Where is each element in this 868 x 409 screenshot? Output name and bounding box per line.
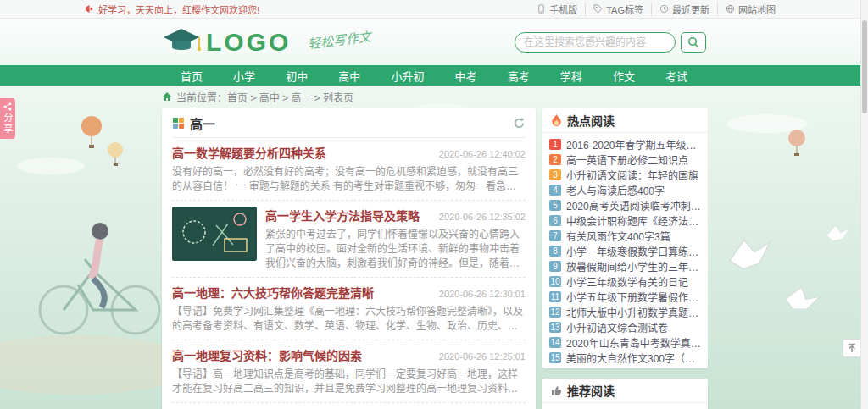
- refresh-icon: [513, 117, 526, 130]
- hot-reading-item[interactable]: 5 2020高考英语阅读临考冲刺试题附答案: [549, 197, 701, 213]
- hot-reading-item[interactable]: 15 美丽的大自然作文300字（精选3篇）: [549, 350, 701, 365]
- article-date: 2020-06-26 12:35:02: [439, 212, 526, 222]
- rank-badge: 7: [549, 230, 561, 241]
- nav-item[interactable]: 考试: [659, 65, 694, 86]
- hot-reading-box: 热点阅读 1 2016-2020年春学期五年级语文下期末模拟 2 高一英语下册必…: [542, 108, 708, 368]
- share-label: 分享: [1, 113, 14, 135]
- hot-item-text: 小升初语文阅读：年轻的国旗: [566, 168, 698, 182]
- hot-item-text: 2020高考英语阅读临考冲刺试题附答案: [566, 198, 701, 213]
- search-input[interactable]: [515, 32, 676, 53]
- article-title-link[interactable]: 高一地理复习资料：影响气候的因素: [172, 346, 362, 363]
- hot-item-text: 北师大版中小升初数学真题试卷: [566, 305, 701, 319]
- hot-reading-item[interactable]: 13 小升初语文综合测试卷: [549, 319, 701, 334]
- nav-item[interactable]: 初中: [279, 65, 314, 86]
- topbar: 好学习，天天向上，红樱作文网欢迎您! 手机版 TAG标签 最近更新: [0, 0, 868, 19]
- tag-icon: [593, 4, 603, 14]
- hot-item-text: 2020年山东青岛中考数学真题（已公布）: [566, 335, 701, 350]
- hot-reading-item[interactable]: 1 2016-2020年春学期五年级语文下期末模拟: [549, 136, 701, 152]
- recommend-reading-header: 推荐阅读: [542, 379, 708, 403]
- site-logo[interactable]: LOGO 轻松写作文: [162, 27, 371, 58]
- rank-badge: 12: [549, 307, 561, 318]
- hot-reading-item[interactable]: 8 小学一年级寒假数学口算练习题三篇: [549, 243, 701, 258]
- article-item: 高一学生入学方法指导及策略 2020-06-26 12:35:02 紧张的中考过…: [172, 201, 526, 278]
- hot-reading-item[interactable]: 4 老人与海读后感400字: [549, 182, 701, 197]
- hot-reading-item[interactable]: 7 有关风雨作文400字3篇: [549, 228, 701, 243]
- hot-reading-item[interactable]: 9 放暑假期间给小学生的三年级英语作文欣赏: [549, 258, 701, 274]
- hot-reading-item[interactable]: 10 小学三年级数学有关的日记: [549, 274, 701, 289]
- topbar-welcome: 好学习，天天向上，红樱作文网欢迎您!: [85, 3, 259, 16]
- tag-link[interactable]: TAG标签: [586, 3, 652, 16]
- graduation-cap-icon: [162, 27, 201, 58]
- thumbs-up-icon: [551, 385, 562, 396]
- recent-updates-link[interactable]: 最近更新: [652, 3, 718, 16]
- hot-item-text: 放暑假期间给小学生的三年级英语作文欣赏: [566, 259, 701, 274]
- article-title-link[interactable]: 高一数学解题要分析四种关系: [172, 144, 326, 161]
- paper-crane: [826, 225, 850, 241]
- article-item: 高一地理：六大技巧帮你答题完整清晰 2020-06-26 12:30:01 【导…: [172, 278, 526, 340]
- article-thumbnail[interactable]: [172, 207, 257, 261]
- search-icon: [687, 36, 699, 48]
- article-list: 高一数学解题要分析四种关系 2020-06-26 12:40:02 没有好的高一…: [172, 138, 526, 409]
- hot-air-balloon: [788, 130, 805, 156]
- article-title-link[interactable]: 高一学生入学方法指导及策略: [265, 207, 420, 224]
- hot-item-text: 小升初语文综合测试卷: [566, 320, 668, 334]
- nav-item[interactable]: 小升初: [384, 65, 431, 86]
- hot-item-text: 小学五年级下册数学暑假作业答案【20-61页】: [566, 290, 701, 304]
- rank-badge: 9: [549, 261, 561, 272]
- nav-items: 首页小学初中高中小升初中考高考学科作文考试: [162, 65, 706, 86]
- recent-updates-label: 最近更新: [672, 3, 709, 16]
- article-date: 2020-06-26 12:30:01: [439, 289, 526, 299]
- hot-reading-item[interactable]: 12 北师大版中小升初数学真题试卷: [549, 304, 701, 319]
- hot-reading-item[interactable]: 11 小学五年级下册数学暑假作业答案【20-61页】: [549, 289, 701, 304]
- main-nav: 首页小学初中高中小升初中考高考学科作文考试: [0, 65, 868, 86]
- hot-reading-item[interactable]: 2 高一英语下册必修二知识点: [549, 152, 701, 167]
- rank-badge: 14: [549, 337, 561, 348]
- mobile-version-link[interactable]: 手机版: [529, 3, 586, 16]
- share-button[interactable]: 分享: [0, 98, 15, 139]
- hot-air-balloon: [108, 142, 123, 166]
- nav-item[interactable]: 作文: [606, 65, 642, 86]
- nav-item[interactable]: 小学: [226, 65, 262, 86]
- paper-crane: [727, 236, 773, 271]
- list-title: 高一: [190, 114, 508, 132]
- home-icon: [162, 91, 172, 102]
- rank-badge: 1: [549, 139, 561, 150]
- sitemap-link[interactable]: 网站地图: [718, 3, 783, 16]
- logo-text: LOGO: [206, 28, 291, 57]
- hot-reading-item[interactable]: 14 2020年山东青岛中考数学真题（已公布）: [549, 334, 701, 350]
- hot-reading-item[interactable]: 3 小升初语文阅读：年轻的国旗: [549, 167, 701, 182]
- nav-item[interactable]: 中考: [448, 65, 484, 86]
- nav-item[interactable]: 首页: [174, 65, 209, 86]
- hot-item-text: 老人与海读后感400字: [566, 183, 665, 197]
- back-to-top-button[interactable]: [843, 339, 861, 357]
- recommend-reading-box: 推荐阅读 1 最欣赏的人作文400字（精选3篇） 2 关于成长的中考满分作文60…: [542, 379, 708, 409]
- rank-badge: 15: [549, 352, 561, 363]
- rank-badge: 4: [549, 185, 561, 196]
- hot-item-text: 美丽的大自然作文300字（精选3篇）: [566, 351, 701, 365]
- article-item: 高一地理资料：三圈环流与气压带、风带的形成 2020-06-26 12:20:0…: [172, 403, 526, 409]
- hot-air-balloon: [81, 116, 102, 148]
- scrollbar-thumb[interactable]: [862, 20, 867, 113]
- article-snippet: 【导语】高一地理知识点是高考的基础，同学们一定要复习好高一地理，这样才能在复习好…: [172, 368, 526, 396]
- refresh-button[interactable]: [513, 117, 526, 130]
- paper-crane: [783, 285, 821, 314]
- search-button[interactable]: [681, 32, 706, 53]
- recommend-reading-list: 1 最欣赏的人作文400字（精选3篇） 2 关于成长的中考满分作文600字: [542, 403, 708, 409]
- topbar-links: 手机版 TAG标签 最近更新 网站地图: [529, 3, 783, 16]
- welcome-text: 好学习，天天向上，红樱作文网欢迎您!: [98, 3, 259, 16]
- nav-item[interactable]: 学科: [554, 65, 589, 86]
- nav-item[interactable]: 高考: [501, 65, 537, 86]
- hot-reading-title: 热点阅读: [567, 112, 615, 129]
- article-snippet: 【导语】免费学习网汇集整理《高一地理：六大技巧帮你答题完整清晰》，以及的高考备考…: [172, 305, 526, 334]
- nav-item[interactable]: 高中: [331, 65, 367, 86]
- share-icon: [3, 102, 12, 111]
- hot-item-text: 小学一年级寒假数学口算练习题三篇: [566, 244, 701, 258]
- hot-reading-item[interactable]: 6 中级会计职称题库《经济法》检测题: [549, 213, 701, 228]
- cloud: [17, 158, 85, 174]
- rank-badge: 3: [549, 169, 561, 180]
- article-title-link[interactable]: 高一地理：六大技巧帮你答题完整清晰: [172, 284, 374, 301]
- hot-item-text: 高一英语下册必修二知识点: [566, 152, 688, 167]
- megaphone-icon: [85, 4, 94, 14]
- chalkboard-image: [172, 207, 257, 261]
- scrollbar[interactable]: [860, 0, 868, 409]
